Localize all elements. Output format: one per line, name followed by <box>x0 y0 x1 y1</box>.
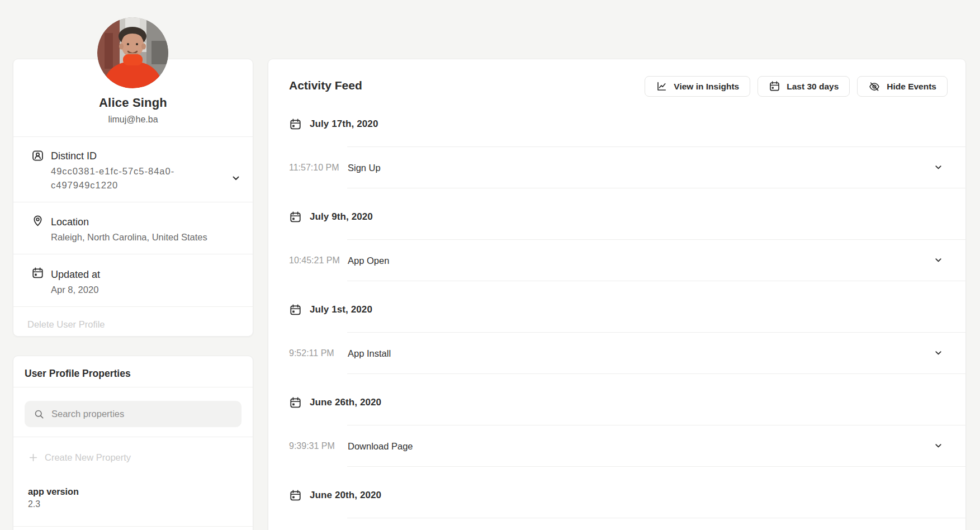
event-name: Sign Up <box>348 162 381 173</box>
chevron-down-icon <box>934 441 943 451</box>
search-properties-box <box>25 401 242 427</box>
event-row[interactable]: 9:52:11 PM App Install <box>268 333 965 373</box>
calendar-icon <box>289 489 302 502</box>
chevron-down-icon <box>934 163 943 172</box>
chevron-down-icon <box>934 348 943 358</box>
location-value: Raleigh, North Carolina, United States <box>51 230 207 244</box>
event-name: App Open <box>348 255 389 266</box>
feed-date-label: June 26th, 2020 <box>310 397 381 408</box>
feed-date-label: July 1st, 2020 <box>310 304 372 315</box>
feed-group: June 20th, 2020 <box>268 483 965 518</box>
date-range-label: Last 30 days <box>787 82 839 92</box>
activity-feed-title: Activity Feed <box>289 78 362 93</box>
divider <box>13 202 253 202</box>
event-name: App Install <box>348 348 391 358</box>
divider <box>13 387 253 387</box>
event-row[interactable]: 9:39:31 PM Download Page <box>268 425 965 466</box>
property-value: 2.3 <box>28 498 40 510</box>
feed-group: July 1st, 2020 9:52:11 PM App Install <box>268 297 965 374</box>
hide-events-label: Hide Events <box>887 82 936 92</box>
calendar-icon <box>289 211 302 224</box>
user-name: Alice Singh <box>13 95 253 111</box>
feed-date-label: June 20th, 2020 <box>310 490 381 501</box>
event-time: 11:57:10 PM <box>289 163 339 173</box>
feed-date-header: July 1st, 2020 <box>268 297 965 322</box>
distinct-id-value: 49cc0381-e1fc-57c5-84a0-c497949c1220 <box>51 164 223 192</box>
event-expand-button[interactable] <box>934 348 943 358</box>
eye-off-icon <box>868 81 880 93</box>
create-new-property-label: Create New Property <box>45 451 131 464</box>
updated-at-value: Apr 8, 2020 <box>51 283 98 297</box>
divider <box>13 306 253 307</box>
event-row[interactable]: 11:57:10 PM Sign Up <box>268 147 965 188</box>
divider <box>13 526 253 527</box>
calendar-icon <box>289 118 302 131</box>
feed-date-label: July 17th, 2020 <box>310 119 378 130</box>
activity-feed-card: Activity Feed View in Insights Last 30 d… <box>268 59 966 530</box>
divider <box>13 437 253 437</box>
feed-group: July 17th, 2020 11:57:10 PM Sign Up <box>268 112 965 188</box>
view-in-insights-label: View in Insights <box>674 82 739 92</box>
view-in-insights-button[interactable]: View in Insights <box>645 76 750 97</box>
event-expand-button[interactable] <box>934 441 943 451</box>
feed-group: June 26th, 2020 9:39:31 PM Download Page <box>268 390 965 467</box>
id-card-icon <box>31 149 44 162</box>
event-row[interactable]: 10:45:21 PM App Open <box>268 240 965 281</box>
feed-date-header: June 20th, 2020 <box>268 483 965 508</box>
divider <box>347 466 965 467</box>
event-name: Download Page <box>348 441 413 451</box>
divider <box>347 281 965 281</box>
user-profile-properties-card: User Profile Properties Create New Prope… <box>13 356 253 530</box>
distinct-id-expand-button[interactable] <box>231 173 241 183</box>
calendar-icon <box>289 396 302 409</box>
divider <box>347 188 965 188</box>
calendar-icon <box>31 267 44 280</box>
chevron-down-icon <box>231 173 241 183</box>
feed-group: July 9th, 2020 10:45:21 PM App Open <box>268 205 965 281</box>
event-expand-button[interactable] <box>934 163 943 172</box>
calendar-icon <box>289 304 302 316</box>
event-expand-button[interactable] <box>934 255 943 265</box>
feed-date-header: July 17th, 2020 <box>268 112 965 136</box>
location-label: Location <box>51 216 89 229</box>
insights-icon <box>656 81 667 92</box>
location-pin-icon <box>31 214 44 227</box>
delete-user-profile-button[interactable]: Delete User Profile <box>27 318 105 331</box>
date-range-button[interactable]: Last 30 days <box>758 76 850 97</box>
divider <box>13 136 253 137</box>
feed-date-label: July 9th, 2020 <box>310 211 373 223</box>
event-time: 9:52:11 PM <box>289 348 334 358</box>
chevron-down-icon <box>934 255 943 265</box>
event-time: 10:45:21 PM <box>289 255 340 266</box>
create-new-property-button[interactable]: Create New Property <box>28 451 131 464</box>
distinct-id-label: Distinct ID <box>51 150 97 163</box>
divider <box>347 373 965 374</box>
hide-events-button[interactable]: Hide Events <box>857 76 948 97</box>
calendar-icon <box>769 81 780 92</box>
updated-at-label: Updated at <box>51 268 100 281</box>
property-name: app version <box>28 485 79 498</box>
feed-date-header: June 26th, 2020 <box>268 390 965 415</box>
user-email: limuj@he.ba <box>13 113 253 126</box>
divider <box>13 254 253 254</box>
avatar-photo <box>97 17 168 88</box>
user-profile-card: Alice Singh limuj@he.ba Distinct ID 49cc… <box>13 59 253 337</box>
avatar <box>97 17 168 88</box>
event-time: 9:39:31 PM <box>289 441 335 451</box>
properties-title: User Profile Properties <box>25 366 131 381</box>
search-icon <box>33 408 45 420</box>
plus-icon <box>28 452 39 463</box>
feed-toolbar: View in Insights Last 30 days Hide Event… <box>645 76 948 97</box>
search-properties-input[interactable] <box>50 401 235 427</box>
feed-date-header: July 9th, 2020 <box>268 205 965 229</box>
divider <box>347 518 965 518</box>
